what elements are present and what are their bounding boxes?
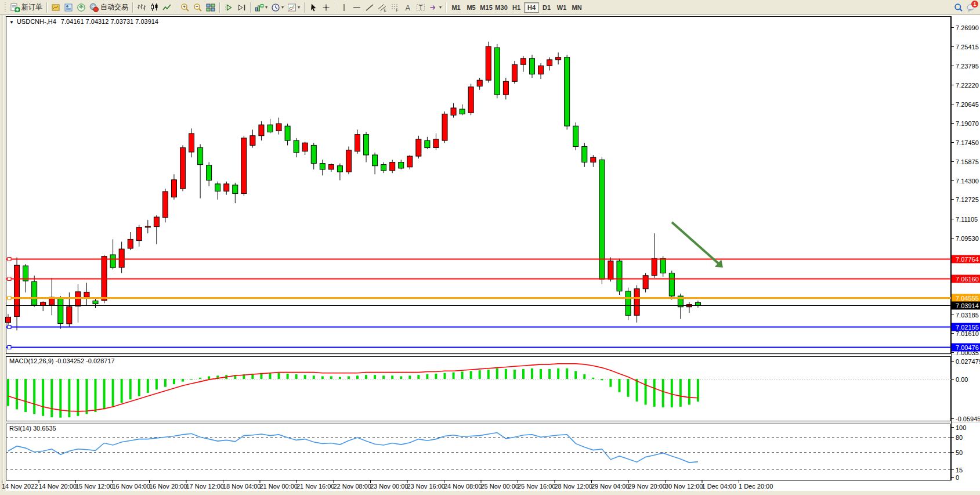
autotrading-button[interactable]: 自动交易 xyxy=(88,2,130,13)
timeframe-button-m1[interactable]: M1 xyxy=(449,2,464,13)
bear-candle xyxy=(311,145,316,163)
bear-candle xyxy=(617,261,622,291)
time-tick-label: 1 Dec 04:00 xyxy=(702,483,736,490)
timeframe-button-mn[interactable]: MN xyxy=(569,2,584,13)
bull-candle xyxy=(556,57,561,60)
line-handle[interactable] xyxy=(8,326,11,329)
current-price-text: 7.03914 xyxy=(956,302,979,309)
chart-window-button[interactable] xyxy=(49,2,62,13)
vertical-line-button[interactable] xyxy=(338,2,350,13)
chat-button[interactable]: 1 xyxy=(965,2,978,13)
price-chart[interactable]: 7.269907.254157.237957.222207.206457.190… xyxy=(0,0,980,495)
chart-shift-button[interactable] xyxy=(235,2,248,13)
timeframe-button-m5[interactable]: M5 xyxy=(464,2,479,13)
price-tick-label: 7.12725 xyxy=(956,196,979,203)
cursor-button[interactable] xyxy=(307,2,320,13)
line-handle[interactable] xyxy=(8,297,11,300)
timeframe-button-d1[interactable]: D1 xyxy=(539,2,554,13)
bear-candle xyxy=(110,255,115,268)
bear-candle xyxy=(93,301,98,303)
price-tick-label: 7.26990 xyxy=(956,24,979,31)
timeframe-button-h1[interactable]: H1 xyxy=(509,2,524,13)
shapes-button[interactable]: ▾ xyxy=(427,2,443,13)
bear-candle xyxy=(267,125,273,132)
fibonacci-button[interactable]: F xyxy=(389,2,402,13)
bull-candle xyxy=(67,306,72,324)
text-button[interactable]: A xyxy=(402,2,414,13)
price-tick-label: 7.11105 xyxy=(956,216,978,223)
bear-candle xyxy=(207,165,212,180)
bear-candle xyxy=(399,162,404,168)
timeframe-button-w1[interactable]: W1 xyxy=(554,2,569,13)
bear-candle xyxy=(233,185,238,194)
channel-button[interactable]: E xyxy=(376,2,389,13)
green-signal-icon xyxy=(77,3,86,12)
templates-button[interactable]: ▾ xyxy=(285,2,302,13)
indicators-button[interactable]: ▾ xyxy=(253,2,269,13)
timeframe-button-m30[interactable]: M30 xyxy=(494,2,509,13)
market-watch-button[interactable] xyxy=(62,2,75,13)
bull-candle xyxy=(468,87,473,113)
macd-indicator-label: MACD(12,26,9) -0.034252 -0.028717 xyxy=(9,357,115,364)
search-button[interactable] xyxy=(952,2,965,13)
bear-candle xyxy=(381,165,386,171)
line-handle[interactable] xyxy=(8,277,11,281)
bear-candle xyxy=(425,140,430,148)
line-price-tag-text: 7.02155 xyxy=(956,324,979,331)
bull-candle xyxy=(154,217,159,227)
line-chart-button[interactable] xyxy=(161,2,173,13)
candlestick-button[interactable] xyxy=(148,2,161,13)
toolbar-separator xyxy=(219,2,220,13)
bull-candle xyxy=(75,292,81,306)
bull-candle xyxy=(355,135,360,151)
bear-candle xyxy=(573,126,578,146)
bear-candle xyxy=(660,259,666,273)
bull-candle xyxy=(591,157,596,162)
bear-candle xyxy=(294,140,299,153)
channel-icon: E xyxy=(378,3,387,12)
new-order-button[interactable]: 新订单 xyxy=(9,2,44,13)
line-price-tag-text: 7.07764 xyxy=(956,256,979,263)
left-gutter xyxy=(0,15,6,495)
zoom-in-icon xyxy=(180,3,190,12)
fibonacci-icon: F xyxy=(390,3,400,12)
dropdown-caret-icon: ▾ xyxy=(281,5,284,10)
bull-candle xyxy=(503,81,508,95)
timeframe-button-h4[interactable]: H4 xyxy=(524,2,539,13)
bull-candle xyxy=(119,249,124,268)
time-tick-label: 24 Nov 08:00 xyxy=(444,483,482,490)
chart-area[interactable]: 7.269907.254157.237957.222207.206457.190… xyxy=(0,0,980,495)
line-handle[interactable] xyxy=(8,346,11,349)
dropdown-caret-icon: ▾ xyxy=(265,5,267,10)
price-tick-label: 7.19070 xyxy=(956,120,979,127)
time-tick-label: 18 Nov 04:00 xyxy=(223,483,261,490)
bull-candle xyxy=(346,150,351,172)
bull-candle xyxy=(486,46,491,80)
bear-candle xyxy=(364,135,369,155)
periods-button[interactable]: ▾ xyxy=(269,2,285,13)
macd-tick-label: 0.027479 xyxy=(956,358,980,365)
notification-badge: 1 xyxy=(971,1,978,8)
chart-title: ▼USDCNH-,H47.04161 7.04312 7.03731 7.039… xyxy=(9,18,158,25)
bull-candle xyxy=(328,165,334,169)
trendline-button[interactable] xyxy=(363,2,376,13)
zoom-in-button[interactable] xyxy=(179,2,191,13)
bull-candle xyxy=(250,136,255,146)
auto-scroll-button[interactable] xyxy=(222,2,235,13)
time-tick-label: 25 Nov 00:00 xyxy=(481,483,519,490)
label-button[interactable]: T xyxy=(414,2,427,13)
alerts-button[interactable] xyxy=(75,2,88,13)
line-handle[interactable] xyxy=(8,258,11,261)
time-tick-label: 21 Nov 16:00 xyxy=(296,483,334,490)
bull-candle xyxy=(128,239,133,248)
bar-chart-icon xyxy=(137,3,146,12)
tile-windows-button[interactable] xyxy=(204,2,217,13)
horizontal-line-button[interactable] xyxy=(350,2,363,13)
timeframe-button-m15[interactable]: M15 xyxy=(479,2,494,13)
bar-chart-button[interactable] xyxy=(135,2,148,13)
crosshair-button[interactable] xyxy=(320,2,332,13)
bull-candle xyxy=(416,139,421,156)
bull-candle xyxy=(477,80,482,86)
zoom-out-button[interactable] xyxy=(191,2,204,13)
chart-menu-icon[interactable]: ▼ xyxy=(9,20,14,25)
